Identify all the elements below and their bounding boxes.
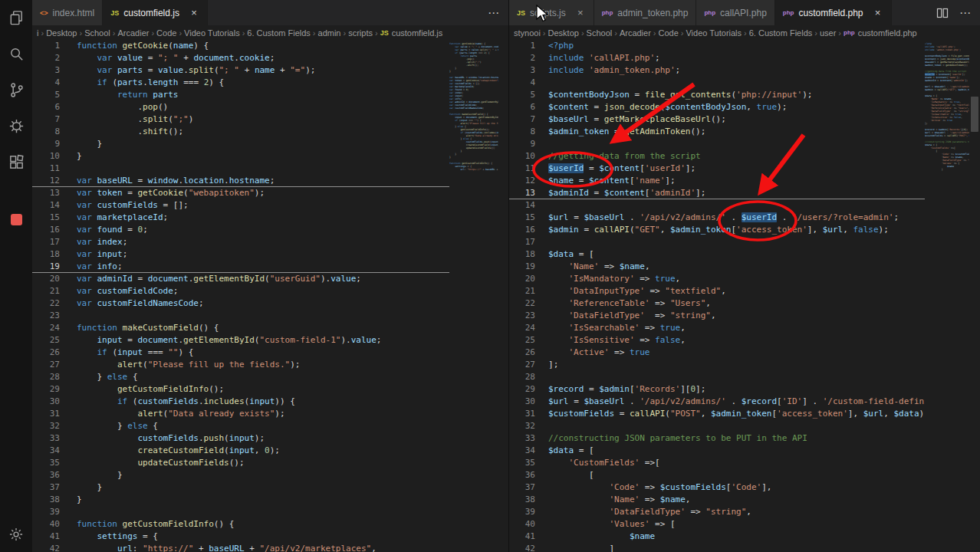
breadcrumb-item[interactable]: Video Tutorials	[684, 28, 743, 38]
code-line[interactable]: 35 'CustomFields' =>[	[509, 457, 925, 469]
breadcrumb-item[interactable]: Arcadier	[618, 28, 653, 38]
breadcrumb-item[interactable]: 6. Custom Fields	[748, 28, 814, 38]
code-line[interactable]: 32 } else {	[32, 420, 449, 432]
code-line[interactable]: 4	[509, 77, 925, 89]
code-line[interactable]: 11	[32, 163, 449, 175]
code-line[interactable]: 42 ]	[509, 543, 925, 552]
code-line[interactable]: 29$record = $admin['Records'][0];	[509, 383, 925, 396]
source-control-icon[interactable]	[0, 72, 32, 108]
code-line[interactable]: 3include 'admin_token.php';	[509, 64, 925, 77]
code-line[interactable]: 14	[509, 199, 925, 212]
code-line[interactable]: 9 }	[32, 138, 449, 150]
close-tab-icon[interactable]: ×	[873, 7, 883, 18]
code-line[interactable]: 7 .split(";")	[32, 113, 449, 126]
breadcrumb-item[interactable]: admin	[317, 28, 343, 38]
code-line[interactable]: 18$data = [	[509, 248, 925, 261]
scrollbar-right[interactable]	[969, 40, 980, 552]
code-line[interactable]: 2 var value = "; " + document.cookie;	[32, 52, 449, 64]
code-line[interactable]: 14var customFields = [];	[32, 199, 449, 212]
split-editor-icon[interactable]	[936, 7, 949, 19]
code-line[interactable]: 30 if (customFields.includes(input)) {	[32, 396, 449, 408]
extensions-icon[interactable]	[0, 144, 32, 180]
code-line[interactable]: 17	[509, 236, 925, 248]
code-line[interactable]: 41 settings = {	[32, 531, 449, 543]
code-line[interactable]: 6$content = json_decode($contentBodyJson…	[509, 101, 925, 113]
code-line[interactable]: 17var index;	[32, 236, 449, 248]
breadcrumb-item[interactable]: 6. Custom Fields	[245, 28, 312, 38]
more-actions-icon[interactable]: ⋯	[959, 6, 971, 20]
close-tab-icon[interactable]: ×	[575, 7, 586, 18]
tab-index.html[interactable]: <>index.html	[32, 0, 103, 25]
code-line[interactable]: 18var input;	[32, 248, 449, 261]
code-line[interactable]: 40 'Values' => [	[509, 518, 925, 531]
breadcrumb-item[interactable]: Video Tutorials	[183, 28, 242, 38]
code-line[interactable]: 41 $name	[509, 531, 925, 543]
code-line[interactable]: 2include 'callAPI.php';	[509, 52, 925, 64]
breadcrumb-item[interactable]: stynooi	[512, 28, 542, 38]
code-line[interactable]: 16var found = 0;	[32, 224, 449, 236]
code-line[interactable]: 8$admin_token = getAdminToken();	[509, 126, 925, 138]
breadcrumb-item[interactable]: Arcadier	[116, 28, 150, 38]
code-line[interactable]: 4 if (parts.length === 2) {	[32, 77, 449, 89]
debug-icon[interactable]	[0, 108, 32, 144]
code-line[interactable]: 25 input = document.getElementById("cust…	[32, 334, 449, 347]
code-line[interactable]: 6 .pop()	[32, 101, 449, 113]
code-line[interactable]: 35 updateCustomFields();	[32, 457, 449, 469]
tab-customfield.js[interactable]: JScustomfield.js×	[103, 0, 208, 25]
code-line[interactable]: 20 'IsMandatory' => true,	[509, 273, 925, 285]
breadcrumb-file[interactable]: phpcustomfield.php	[842, 28, 919, 38]
code-line[interactable]: 38 'Name' => $name,	[509, 494, 925, 506]
explorer-icon[interactable]	[0, 0, 32, 36]
breadcrumb-item[interactable]: Desktop	[547, 28, 580, 38]
code-line[interactable]: 19var info;	[32, 261, 449, 273]
code-line[interactable]: 24 'IsSearchable' => true,	[509, 322, 925, 334]
code-line[interactable]: 39	[32, 506, 449, 518]
code-line[interactable]: 32	[509, 420, 925, 432]
tab-scripts.js[interactable]: JSscripts.js×	[509, 0, 594, 25]
code-line[interactable]: 38}	[32, 494, 449, 506]
code-line[interactable]: 11$userId = $content['userId'];	[509, 163, 925, 175]
code-line[interactable]: 20var adminId = document.getElementById(…	[32, 273, 449, 285]
more-actions-icon[interactable]: ⋯	[488, 6, 499, 20]
code-line[interactable]: 28	[509, 371, 925, 383]
minimap-left[interactable]: function getCookie(name) { var value = "…	[449, 40, 498, 552]
code-line[interactable]: 28 } else {	[32, 371, 449, 383]
code-line[interactable]: 7$baseUrl = getMarketplaceBaseUrl();	[509, 113, 925, 126]
code-line[interactable]: 16$admin = callAPI("GET", $admin_token['…	[509, 224, 925, 236]
breadcrumb-item[interactable]: scripts	[347, 28, 374, 38]
code-line[interactable]: 36 }	[32, 469, 449, 481]
code-line[interactable]: 5$contentBodyJson = file_get_contents('p…	[509, 89, 925, 101]
code-line[interactable]: 21 'DataInputType' => "textfield",	[509, 285, 925, 297]
code-line[interactable]: 34$data = [	[509, 445, 925, 457]
code-line[interactable]: 39 'DataFieldType' => "string",	[509, 506, 925, 518]
code-line[interactable]: 22 'ReferenceTable' => "Users",	[509, 297, 925, 310]
scrollbar-left[interactable]	[498, 40, 508, 552]
code-line[interactable]: 30$url = $baseUrl . '/api/v2/admins/' . …	[509, 396, 925, 408]
breadcrumb-item[interactable]: Code	[657, 28, 680, 38]
code-line[interactable]: 19 'Name' => $name,	[509, 261, 925, 273]
tab-callAPI.php[interactable]: phpcallAPI.php	[696, 0, 774, 25]
tab-admin_token.php[interactable]: phpadmin_token.php	[594, 0, 697, 25]
code-line[interactable]: 1<?php	[509, 40, 925, 52]
code-line[interactable]: 40function getCustomFieldInfo() {	[32, 518, 449, 531]
code-line[interactable]: 31$customFields = callAPI("POST", $admin…	[509, 408, 925, 420]
code-line[interactable]: 12$name = $content['name'];	[509, 175, 925, 187]
code-line[interactable]: 31 alert("Data already exists");	[32, 408, 449, 420]
code-line[interactable]: 23	[32, 310, 449, 322]
breadcrumb-file[interactable]: JScustomfield.js	[379, 28, 445, 38]
code-line[interactable]: 27 alert("Please fill up the fields.");	[32, 359, 449, 371]
code-line[interactable]: 26 'Active' => true	[509, 347, 925, 359]
code-line[interactable]: 15var marketplaceId;	[32, 212, 449, 224]
minimap-right[interactable]: <?phpinclude 'callAPI.php';include 'admi…	[925, 40, 969, 552]
breadcrumb-item[interactable]: School	[83, 28, 112, 38]
code-line[interactable]: 33//constructing JSON parameters to be P…	[509, 432, 925, 445]
code-line[interactable]: 1function getCookie(name) {	[32, 40, 449, 52]
code-line[interactable]: 10//getting data from the script	[509, 150, 925, 163]
code-line[interactable]: 22var customFieldNamesCode;	[32, 297, 449, 310]
code-line[interactable]: 24function makeCustomField() {	[32, 322, 449, 334]
code-line[interactable]: 3 var parts = value.split("; " + name + …	[32, 64, 449, 77]
close-tab-icon[interactable]: ×	[189, 7, 199, 18]
code-line[interactable]: 15$url = $baseUrl . '/api/v2/admins/' . …	[509, 212, 925, 224]
breadcrumb-item[interactable]: Desktop	[44, 28, 78, 38]
breadcrumb-item[interactable]: user	[818, 28, 837, 38]
